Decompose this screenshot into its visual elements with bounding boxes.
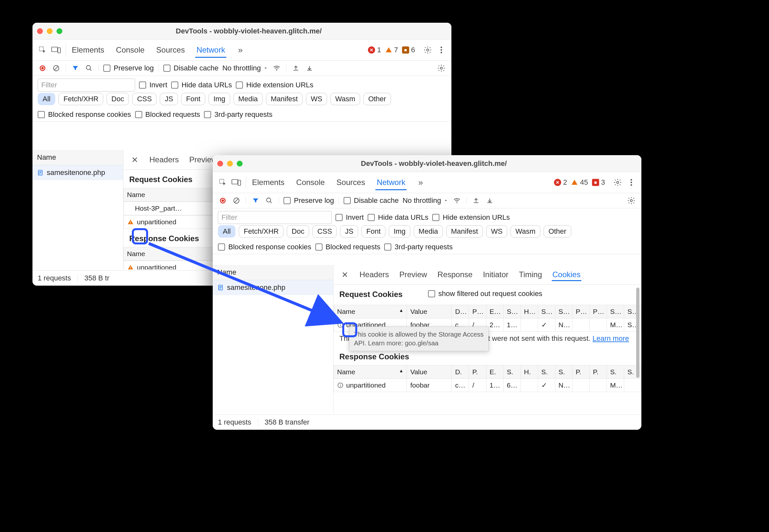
more-tabs-icon[interactable] [235, 45, 245, 55]
inspect-icon[interactable] [218, 178, 228, 187]
filter-input[interactable]: Filter [38, 79, 135, 92]
window-minimize-button[interactable] [47, 28, 53, 34]
cookie-col[interactable]: H. [521, 365, 538, 379]
network-settings-icon[interactable] [437, 63, 446, 73]
chip-manifest[interactable]: Manifest [446, 225, 483, 238]
window-minimize-button[interactable] [227, 161, 233, 167]
cookie-col[interactable]: P… [572, 305, 589, 318]
cookie-col[interactable]: P. [572, 365, 589, 379]
cookie-row[interactable]: unpartitioned foobar c… / 1… 6… ✓ N… M… [334, 379, 641, 392]
tab-console[interactable]: Console [115, 42, 146, 58]
filter-icon[interactable] [251, 196, 260, 205]
hide-data-urls-checkbox[interactable]: Hide data URLs [367, 213, 428, 222]
cookie-col[interactable]: P. [469, 365, 486, 379]
throttling-select[interactable]: No throttling [222, 64, 268, 72]
chip-fetchxhr[interactable]: Fetch/XHR [58, 93, 103, 105]
detail-tab-preview[interactable]: Preview [399, 268, 428, 281]
cookie-col-name[interactable]: Name▲ [334, 365, 407, 379]
upload-icon[interactable] [471, 196, 481, 205]
chip-manifest[interactable]: Manifest [266, 93, 303, 105]
issues-badge[interactable]: ■ 6 [402, 46, 415, 54]
detail-tab-headers[interactable]: Headers [149, 153, 180, 166]
detail-tab-initiator[interactable]: Initiator [482, 268, 509, 281]
invert-checkbox[interactable]: Invert [335, 213, 364, 222]
cookie-col[interactable]: E… [486, 305, 503, 318]
request-row[interactable]: samesitenone.php [32, 165, 123, 180]
cookie-col[interactable]: P. [589, 365, 607, 379]
hide-extension-urls-checkbox[interactable]: Hide extension URLs [236, 81, 313, 89]
wifi-icon[interactable] [452, 196, 462, 205]
search-icon[interactable] [264, 196, 274, 205]
window-maximize-button[interactable] [237, 161, 242, 167]
cookie-col[interactable]: H… [521, 305, 538, 318]
chip-css[interactable]: CSS [312, 225, 337, 238]
cookie-col-value[interactable]: Value [407, 305, 452, 318]
tab-sources[interactable]: Sources [335, 175, 366, 190]
hide-extension-urls-checkbox[interactable]: Hide extension URLs [432, 213, 510, 222]
chip-css[interactable]: CSS [132, 93, 156, 105]
cookie-col[interactable]: S. [607, 365, 624, 379]
chip-all[interactable]: All [218, 225, 235, 238]
chip-js[interactable]: JS [340, 225, 358, 238]
preserve-log-checkbox[interactable]: Preserve log [283, 196, 334, 205]
kebab-menu-icon[interactable] [437, 45, 446, 55]
cookie-col[interactable]: S. [503, 365, 521, 379]
column-header-name[interactable]: Name [213, 265, 333, 280]
chip-fetchxhr[interactable]: Fetch/XHR [239, 225, 283, 238]
chip-ws[interactable]: WS [306, 93, 327, 105]
cookie-col[interactable]: D… [452, 305, 469, 318]
cookie-col[interactable]: D. [452, 365, 469, 379]
cookie-col[interactable]: P… [469, 305, 486, 318]
network-settings-icon[interactable] [626, 196, 636, 205]
disable-cache-checkbox[interactable]: Disable cache [163, 64, 218, 72]
chip-media[interactable]: Media [233, 93, 263, 105]
show-filtered-checkbox[interactable]: show filtered out request cookies [428, 290, 542, 298]
chip-doc[interactable]: Doc [106, 93, 129, 105]
record-icon[interactable] [38, 63, 47, 73]
throttling-select[interactable]: No throttling [403, 196, 449, 205]
tab-elements[interactable]: Elements [70, 42, 105, 58]
chip-other[interactable]: Other [544, 225, 571, 238]
chip-ws[interactable]: WS [486, 225, 507, 238]
kebab-menu-icon[interactable] [626, 178, 636, 187]
wifi-icon[interactable] [272, 63, 281, 73]
close-detail-icon[interactable] [340, 270, 350, 279]
invert-checkbox[interactable]: Invert [139, 81, 167, 89]
third-party-requests-checkbox[interactable]: 3rd-party requests [384, 243, 453, 251]
detail-tab-headers[interactable]: Headers [359, 268, 390, 281]
hide-data-urls-checkbox[interactable]: Hide data URLs [171, 81, 232, 89]
chip-img[interactable]: Img [208, 93, 230, 105]
cookie-col[interactable]: S… [607, 305, 624, 318]
window-close-button[interactable] [217, 161, 223, 167]
tab-network[interactable]: Network [375, 175, 407, 190]
chip-wasm[interactable]: Wasm [330, 93, 360, 105]
window-maximize-button[interactable] [56, 28, 62, 34]
chip-all[interactable]: All [38, 93, 55, 105]
chip-font[interactable]: Font [181, 93, 205, 105]
filter-input[interactable]: Filter [218, 211, 331, 224]
warnings-badge[interactable]: 45 [571, 178, 588, 187]
scrollbar[interactable] [636, 265, 640, 394]
third-party-requests-checkbox[interactable]: 3rd-party requests [204, 110, 272, 119]
search-icon[interactable] [84, 63, 94, 73]
filter-icon[interactable] [70, 63, 80, 73]
tab-elements[interactable]: Elements [251, 175, 286, 190]
cookie-col[interactable]: S. [538, 365, 555, 379]
learn-more-link[interactable]: Learn more [592, 334, 629, 342]
chip-other[interactable]: Other [363, 93, 391, 105]
cookie-col[interactable]: S… [555, 305, 572, 318]
gear-icon[interactable] [423, 45, 433, 55]
clear-icon[interactable] [51, 63, 61, 73]
tab-network[interactable]: Network [195, 42, 226, 58]
warnings-badge[interactable]: 7 [385, 46, 398, 54]
chip-js[interactable]: JS [160, 93, 178, 105]
blocked-requests-checkbox[interactable]: Blocked requests [315, 243, 380, 251]
inspect-icon[interactable] [38, 45, 47, 55]
column-header-name[interactable]: Name [32, 150, 123, 165]
tab-console[interactable]: Console [295, 175, 326, 190]
cookie-col-value[interactable]: Value [407, 365, 452, 379]
blocked-response-cookies-checkbox[interactable]: Blocked response cookies [38, 110, 131, 119]
chip-media[interactable]: Media [414, 225, 443, 238]
cookie-col[interactable]: P… [589, 305, 607, 318]
blocked-response-cookies-checkbox[interactable]: Blocked response cookies [218, 243, 311, 251]
